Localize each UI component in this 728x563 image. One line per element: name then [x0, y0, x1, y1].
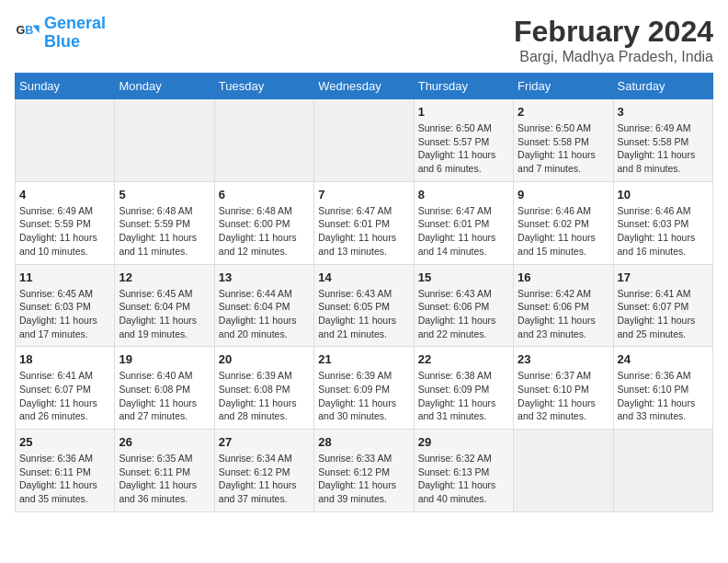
day-number: 21	[318, 352, 409, 366]
calendar-cell: 1Sunrise: 6:50 AMSunset: 5:57 PMDaylight…	[414, 99, 513, 182]
calendar-cell: 4Sunrise: 6:49 AMSunset: 5:59 PMDaylight…	[16, 181, 115, 264]
calendar-cell: 20Sunrise: 6:39 AMSunset: 6:08 PMDayligh…	[214, 347, 313, 430]
day-info: Sunrise: 6:50 AMSunset: 5:58 PMDaylight:…	[518, 121, 609, 176]
calendar-cell: 29Sunrise: 6:32 AMSunset: 6:13 PMDayligh…	[414, 430, 513, 512]
logo-text: General Blue	[44, 15, 106, 52]
day-info: Sunrise: 6:37 AMSunset: 6:10 PMDaylight:…	[518, 369, 609, 423]
calendar-cell: 23Sunrise: 6:37 AMSunset: 6:10 PMDayligh…	[514, 347, 613, 430]
calendar-cell: 19Sunrise: 6:40 AMSunset: 6:08 PMDayligh…	[115, 347, 214, 430]
location: Bargi, Madhya Pradesh, India	[514, 49, 713, 65]
logo-icon: G B	[15, 20, 40, 46]
calendar-cell: 7Sunrise: 6:47 AMSunset: 6:01 PMDaylight…	[314, 181, 414, 264]
day-number: 19	[119, 352, 210, 366]
calendar-cell: 11Sunrise: 6:45 AMSunset: 6:03 PMDayligh…	[16, 264, 115, 347]
day-info: Sunrise: 6:48 AMSunset: 6:00 PMDaylight:…	[219, 204, 310, 259]
calendar-cell: 2Sunrise: 6:50 AMSunset: 5:58 PMDaylight…	[514, 99, 613, 182]
calendar-cell: 24Sunrise: 6:36 AMSunset: 6:10 PMDayligh…	[613, 347, 712, 430]
day-number: 18	[19, 352, 110, 366]
calendar-cell: 6Sunrise: 6:48 AMSunset: 6:00 PMDaylight…	[214, 181, 313, 264]
calendar-cell: 3Sunrise: 6:49 AMSunset: 5:58 PMDaylight…	[613, 99, 712, 182]
day-info: Sunrise: 6:36 AMSunset: 6:10 PMDaylight:…	[618, 369, 709, 423]
day-number: 12	[119, 270, 210, 284]
calendar-cell	[16, 99, 115, 182]
calendar-cell	[613, 430, 712, 512]
day-number: 15	[418, 270, 509, 284]
day-info: Sunrise: 6:33 AMSunset: 6:12 PMDaylight:…	[318, 452, 409, 506]
day-number: 14	[318, 270, 409, 284]
calendar-cell: 9Sunrise: 6:46 AMSunset: 6:02 PMDaylight…	[514, 181, 613, 264]
day-info: Sunrise: 6:44 AMSunset: 6:04 PMDaylight:…	[219, 287, 310, 341]
day-number: 24	[618, 352, 709, 366]
calendar-cell	[115, 99, 214, 182]
day-number: 16	[518, 270, 609, 284]
day-info: Sunrise: 6:39 AMSunset: 6:08 PMDaylight:…	[219, 369, 310, 423]
day-info: Sunrise: 6:36 AMSunset: 6:11 PMDaylight:…	[19, 452, 110, 506]
calendar-cell: 10Sunrise: 6:46 AMSunset: 6:03 PMDayligh…	[613, 181, 712, 264]
day-info: Sunrise: 6:41 AMSunset: 6:07 PMDaylight:…	[19, 369, 110, 423]
day-number: 13	[219, 270, 310, 284]
day-info: Sunrise: 6:32 AMSunset: 6:13 PMDaylight:…	[418, 452, 509, 506]
day-number: 9	[518, 188, 609, 201]
day-number: 5	[119, 188, 210, 201]
day-number: 28	[318, 435, 409, 449]
calendar-cell: 27Sunrise: 6:34 AMSunset: 6:12 PMDayligh…	[214, 430, 313, 512]
calendar-week-row: 4Sunrise: 6:49 AMSunset: 5:59 PMDaylight…	[16, 181, 713, 264]
day-number: 27	[219, 435, 310, 449]
month-year: February 2024	[514, 15, 713, 49]
calendar-week-row: 1Sunrise: 6:50 AMSunset: 5:57 PMDaylight…	[16, 99, 713, 182]
day-info: Sunrise: 6:48 AMSunset: 5:59 PMDaylight:…	[119, 204, 210, 259]
calendar-cell: 21Sunrise: 6:39 AMSunset: 6:09 PMDayligh…	[314, 347, 414, 430]
day-number: 1	[418, 105, 509, 119]
day-info: Sunrise: 6:49 AMSunset: 5:59 PMDaylight:…	[19, 204, 110, 259]
day-number: 7	[318, 188, 409, 201]
day-info: Sunrise: 6:49 AMSunset: 5:58 PMDaylight:…	[618, 121, 709, 176]
day-number: 10	[618, 188, 709, 201]
day-number: 22	[418, 352, 509, 366]
weekday-header-sunday: Sunday	[16, 74, 115, 99]
day-number: 8	[418, 188, 509, 201]
calendar-cell: 8Sunrise: 6:47 AMSunset: 6:01 PMDaylight…	[414, 181, 513, 264]
day-number: 11	[19, 270, 110, 284]
day-info: Sunrise: 6:41 AMSunset: 6:07 PMDaylight:…	[618, 287, 709, 341]
calendar-week-row: 11Sunrise: 6:45 AMSunset: 6:03 PMDayligh…	[16, 264, 713, 347]
calendar-cell: 28Sunrise: 6:33 AMSunset: 6:12 PMDayligh…	[314, 430, 414, 512]
day-info: Sunrise: 6:38 AMSunset: 6:09 PMDaylight:…	[418, 369, 509, 423]
calendar-cell: 12Sunrise: 6:45 AMSunset: 6:04 PMDayligh…	[115, 264, 214, 347]
calendar-cell: 25Sunrise: 6:36 AMSunset: 6:11 PMDayligh…	[16, 430, 115, 512]
weekday-header-wednesday: Wednesday	[314, 74, 414, 99]
calendar-cell: 17Sunrise: 6:41 AMSunset: 6:07 PMDayligh…	[613, 264, 712, 347]
day-info: Sunrise: 6:39 AMSunset: 6:09 PMDaylight:…	[318, 369, 409, 423]
weekday-header-saturday: Saturday	[613, 74, 712, 99]
title-section: February 2024 Bargi, Madhya Pradesh, Ind…	[514, 15, 713, 65]
calendar-week-row: 18Sunrise: 6:41 AMSunset: 6:07 PMDayligh…	[16, 347, 713, 430]
calendar-cell: 13Sunrise: 6:44 AMSunset: 6:04 PMDayligh…	[214, 264, 313, 347]
weekday-header-friday: Friday	[514, 74, 613, 99]
day-info: Sunrise: 6:47 AMSunset: 6:01 PMDaylight:…	[318, 204, 409, 259]
day-number: 3	[618, 105, 709, 119]
calendar-cell: 16Sunrise: 6:42 AMSunset: 6:06 PMDayligh…	[514, 264, 613, 347]
calendar-cell	[314, 99, 414, 182]
day-info: Sunrise: 6:40 AMSunset: 6:08 PMDaylight:…	[119, 369, 210, 423]
day-info: Sunrise: 6:35 AMSunset: 6:11 PMDaylight:…	[119, 452, 210, 506]
day-number: 25	[19, 435, 110, 449]
day-info: Sunrise: 6:46 AMSunset: 6:02 PMDaylight:…	[518, 204, 609, 259]
calendar-cell: 22Sunrise: 6:38 AMSunset: 6:09 PMDayligh…	[414, 347, 513, 430]
day-info: Sunrise: 6:45 AMSunset: 6:03 PMDaylight:…	[19, 287, 110, 341]
calendar-cell: 18Sunrise: 6:41 AMSunset: 6:07 PMDayligh…	[16, 347, 115, 430]
svg-text:G: G	[16, 24, 25, 37]
day-info: Sunrise: 6:46 AMSunset: 6:03 PMDaylight:…	[618, 204, 709, 259]
day-number: 26	[119, 435, 210, 449]
calendar-cell: 15Sunrise: 6:43 AMSunset: 6:06 PMDayligh…	[414, 264, 513, 347]
calendar-table: SundayMondayTuesdayWednesdayThursdayFrid…	[15, 73, 713, 512]
logo: G B General Blue	[15, 15, 106, 52]
day-info: Sunrise: 6:42 AMSunset: 6:06 PMDaylight:…	[518, 287, 609, 341]
calendar-cell: 5Sunrise: 6:48 AMSunset: 5:59 PMDaylight…	[115, 181, 214, 264]
calendar-cell	[214, 99, 313, 182]
day-number: 23	[518, 352, 609, 366]
day-number: 20	[219, 352, 310, 366]
day-info: Sunrise: 6:34 AMSunset: 6:12 PMDaylight:…	[219, 452, 310, 506]
day-number: 17	[618, 270, 709, 284]
calendar-week-row: 25Sunrise: 6:36 AMSunset: 6:11 PMDayligh…	[16, 430, 713, 512]
day-number: 4	[19, 188, 110, 201]
day-info: Sunrise: 6:47 AMSunset: 6:01 PMDaylight:…	[418, 204, 509, 259]
